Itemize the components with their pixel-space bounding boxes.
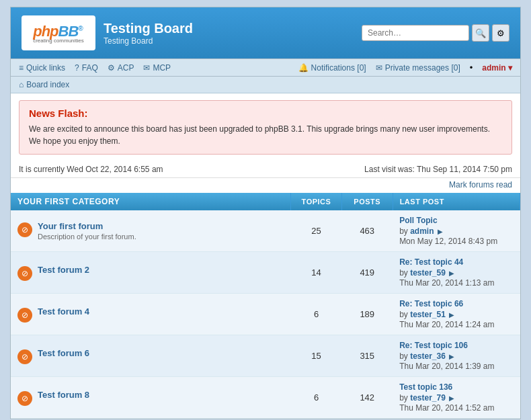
forum-icon-1: ⊘ <box>17 266 32 281</box>
board-index-label: Board index <box>26 80 69 89</box>
last-post-author-link-2[interactable]: tester_51 <box>410 310 446 319</box>
last-post-title-4[interactable]: Test topic 136 <box>399 382 513 392</box>
last-post-time-3: Thu Mar 20, 2014 1:39 am <box>399 362 513 371</box>
last-post-time-0: Mon May 12, 2014 8:43 pm <box>399 237 513 246</box>
last-post-author-link-1[interactable]: tester_59 <box>410 268 446 278</box>
last-post-title-2[interactable]: Re: Test topic 66 <box>399 299 513 308</box>
logo-box: phpBB® creating communities <box>22 15 95 50</box>
acp-label: ACP <box>118 63 134 73</box>
forum-info-0: Your first forum Description of your fir… <box>38 221 136 241</box>
last-visit: Last visit was: Thu Sep 11, 2014 7:50 pm <box>364 165 512 174</box>
advanced-search-button[interactable]: ⚙ <box>492 24 509 42</box>
current-time: It is currently Wed Oct 22, 2014 6:55 am <box>19 165 163 174</box>
forum-info-3: Test forum 6 <box>38 348 89 358</box>
last-post-by-2: by tester_51 ▶ <box>399 310 513 319</box>
logo-reg: ® <box>78 24 82 32</box>
view-post-icon-1[interactable]: ▶ <box>449 269 454 277</box>
quick-links-label: Quick links <box>26 63 65 73</box>
mark-read-bar: Mark forums read <box>11 178 520 193</box>
forum-link-1[interactable]: Test forum 2 <box>38 265 89 275</box>
board-index-link[interactable]: ⌂ Board index <box>19 80 512 89</box>
forum-icon-0: ⊘ <box>17 222 32 237</box>
forum-icon-2: ⊘ <box>17 308 32 323</box>
mcp-link[interactable]: ✉ MCP <box>143 63 171 73</box>
quick-links-menu[interactable]: ≡ Quick links <box>19 63 65 73</box>
search-input[interactable] <box>362 25 469 41</box>
topics-cell-1: 14 <box>291 252 342 294</box>
forum-name-cell-1: ⊘ Test forum 2 <box>11 252 291 294</box>
last-post-title-0[interactable]: Poll Topic <box>399 216 513 225</box>
last-post-time-4: Thu Mar 20, 2014 1:52 am <box>399 403 513 413</box>
notifications-link[interactable]: 🔔 Notifications [0] <box>298 63 366 73</box>
last-post-time-2: Thu Mar 20, 2014 1:24 am <box>399 320 513 329</box>
envelope-icon: ✉ <box>376 63 382 73</box>
board-wrapper: phpBB® creating communities Testing Boar… <box>10 7 521 419</box>
forum-link-2[interactable]: Test forum 4 <box>38 306 89 317</box>
news-flash-body: We are excited to announce this board ha… <box>29 123 502 147</box>
acp-icon: ⚙ <box>108 63 115 73</box>
last-post-title-1[interactable]: Re: Test topic 44 <box>399 257 513 267</box>
posts-cell-0: 463 <box>341 210 393 252</box>
forum-link-3[interactable]: Test forum 6 <box>38 348 89 358</box>
forum-row: ⊘ Your first forum Description of your f… <box>11 210 520 252</box>
forum-table: YOUR FIRST CATEGORY TOPICS POSTS LAST PO… <box>11 193 520 419</box>
logo-sub: creating communities <box>33 38 84 44</box>
topics-cell-2: 6 <box>291 294 342 335</box>
posts-cell-1: 419 <box>341 252 393 294</box>
view-post-icon-4[interactable]: ▶ <box>449 394 454 402</box>
logo-area: phpBB® creating communities Testing Boar… <box>22 15 193 50</box>
last-post-title-3[interactable]: Re: Test topic 106 <box>399 341 513 350</box>
posts-cell-2: 189 <box>341 294 393 335</box>
last-post-author-link-3[interactable]: tester_36 <box>410 351 446 361</box>
topics-cell-4: 6 <box>291 377 342 419</box>
faq-link[interactable]: ? FAQ <box>75 63 98 73</box>
last-post-cell-1: Re: Test topic 44 by tester_59 ▶ Thu Mar… <box>393 252 520 294</box>
last-post-by-4: by tester_79 ▶ <box>399 393 513 403</box>
posts-cell-3: 315 <box>341 335 393 377</box>
mark-forums-read-link[interactable]: Mark forums read <box>449 180 512 190</box>
bell-icon: 🔔 <box>298 63 309 73</box>
category-header-row: YOUR FIRST CATEGORY TOPICS POSTS LAST PO… <box>11 193 520 210</box>
board-subtitle: Testing Board <box>104 36 193 46</box>
view-post-icon-3[interactable]: ▶ <box>449 353 454 360</box>
home-icon: ⌂ <box>19 80 24 89</box>
view-post-icon-2[interactable]: ▶ <box>449 311 454 319</box>
posts-cell-4: 142 <box>341 377 393 419</box>
search-button[interactable]: 🔍 <box>472 24 489 42</box>
acp-link[interactable]: ⚙ ACP <box>108 63 134 73</box>
logo-phi: php <box>33 23 58 40</box>
forum-icon-3: ⊘ <box>17 349 32 364</box>
topics-cell-0: 25 <box>291 210 342 252</box>
news-flash: News Flash: We are excited to announce t… <box>19 100 512 155</box>
forum-name-cell-4: ⊘ Test forum 8 <box>11 377 291 419</box>
forum-row: ⊘ Test forum 8 6 142 Test topic 136 by t… <box>11 377 520 419</box>
last-post-author-link-0[interactable]: admin <box>410 226 434 236</box>
posts-header: POSTS <box>341 193 393 210</box>
last-post-time-1: Thu Mar 20, 2014 1:13 am <box>399 278 513 288</box>
admin-link[interactable]: admin ▾ <box>482 63 512 73</box>
forum-name-cell-0: ⊘ Your first forum Description of your f… <box>11 210 291 252</box>
forum-link-0[interactable]: Your first forum <box>38 221 103 231</box>
forum-icon-4: ⊘ <box>17 391 32 406</box>
view-post-icon-0[interactable]: ▶ <box>438 228 443 235</box>
news-flash-title: News Flash: <box>29 108 502 119</box>
last-post-header: LAST POST <box>393 193 520 210</box>
header: phpBB® creating communities Testing Boar… <box>11 7 520 58</box>
pm-label: Private messages [0] <box>385 63 460 73</box>
forum-name-cell-3: ⊘ Test forum 6 <box>11 335 291 377</box>
forum-info-4: Test forum 8 <box>38 390 89 400</box>
topics-header: TOPICS <box>291 193 342 210</box>
forum-link-4[interactable]: Test forum 8 <box>38 390 89 400</box>
hamburger-icon: ≡ <box>19 63 24 73</box>
mcp-icon: ✉ <box>143 63 150 73</box>
forum-name-cell-2: ⊘ Test forum 4 <box>11 294 291 335</box>
last-post-by-1: by tester_59 ▶ <box>399 268 513 278</box>
forum-info-2: Test forum 4 <box>38 306 89 317</box>
status-bar: It is currently Wed Oct 22, 2014 6:55 am… <box>11 161 520 178</box>
pm-link[interactable]: ✉ Private messages [0] <box>376 63 460 73</box>
board-title-area: Testing Board Testing Board <box>104 21 193 46</box>
last-post-author-link-4[interactable]: tester_79 <box>410 393 446 403</box>
last-post-cell-2: Re: Test topic 66 by tester_51 ▶ Thu Mar… <box>393 294 520 335</box>
last-post-cell-0: Poll Topic by admin ▶ Mon May 12, 2014 8… <box>393 210 520 252</box>
question-icon: ? <box>75 63 79 73</box>
